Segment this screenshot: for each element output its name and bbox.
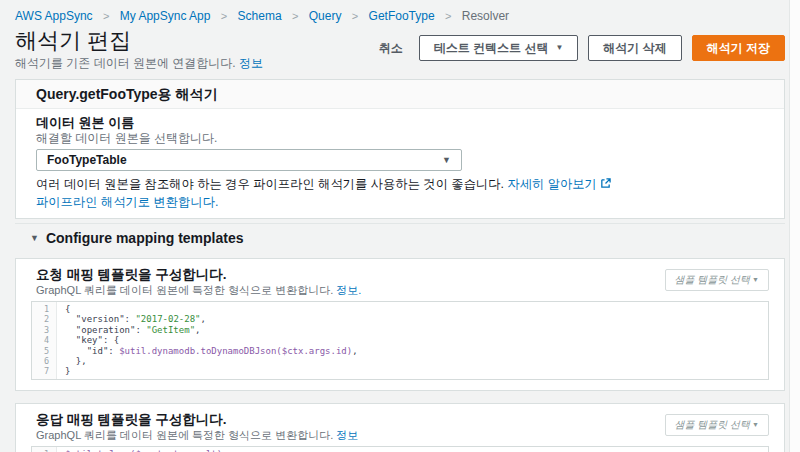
response-template-card: 응답 매핑 템플릿을 구성합니다. GraphQL 쿼리를 데이터 원본에 특정… [15,403,785,452]
breadcrumb-schema[interactable]: Schema [238,9,282,23]
request-sample-template-label: 샘플 템플릿 선택 [675,274,751,286]
response-info-link[interactable]: 정보 [336,429,358,441]
request-template-desc: GraphQL 쿼리를 데이터 원본에 특정한 형식으로 변환합니다. 정보. [36,284,361,297]
response-template-title: 응답 매핑 템플릿을 구성합니다. [36,412,358,428]
breadcrumb-getfootype[interactable]: GetFooType [369,9,435,23]
response-template-code-editor[interactable]: 1$util.toJson($context.result) [31,446,769,452]
scrollbar[interactable] [789,0,800,452]
response-template-desc: GraphQL 쿼리를 데이터 원본에 특정한 형식으로 변환합니다. 정보 [36,429,358,442]
page-subtitle: 해석기를 기존 데이터 원본에 연결합니다. 정보 [15,56,263,71]
chevron-down-icon: ▼ [555,44,563,52]
save-resolver-label: 해석기 저장 [707,41,770,55]
request-template-title-block: 요청 매핑 템플릿을 구성합니다. GraphQL 쿼리를 데이터 원본에 특정… [36,267,361,297]
breadcrumb-separator-icon: > [352,10,358,22]
breadcrumb-separator-icon: > [445,10,451,22]
response-template-title-block: 응답 매핑 템플릿을 구성합니다. GraphQL 쿼리를 데이터 원본에 특정… [36,412,358,442]
line-number: 5 [32,346,56,356]
section-divider [15,223,785,224]
learn-more-link[interactable]: 자세히 알아보기 [507,177,597,191]
pipeline-hint-text: 여러 데이터 원본을 참조해야 하는 경우 파이프라인 해석기를 사용하는 것이… [36,177,504,191]
resolver-card-body: 데이터 원본 이름 해결할 데이터 원본을 선택합니다. FooTypeTabl… [16,109,784,218]
convert-pipeline-link[interactable]: 파이프라인 해석기로 변환합니다. [36,194,764,210]
header-actions: 취소 테스트 컨텍스트 선택 ▼ 해석기 삭제 해석기 저장 [379,35,785,61]
external-link-icon [600,177,611,193]
breadcrumb-query[interactable]: Query [309,9,342,23]
breadcrumb-separator-icon: > [292,10,298,22]
configure-mapping-templates-label: Configure mapping templates [46,230,244,246]
request-template-title: 요청 매핑 템플릿을 구성합니다. [36,267,361,283]
breadcrumb-my-appsync-app[interactable]: My AppSync App [120,9,211,23]
line-number: 4 [32,335,56,345]
request-template-header: 요청 매핑 템플릿을 구성합니다. GraphQL 쿼리를 데이터 원본에 특정… [16,259,784,297]
convert-pipeline-link-text: 파이프라인 해석기로 변환합니다. [36,195,218,209]
line-number: 2 [32,314,56,324]
breadcrumb-resolver: Resolver [462,9,509,23]
response-template-desc-text: GraphQL 쿼리를 데이터 원본에 특정한 형식으로 변환합니다. [36,429,333,441]
code-line: 6 }, [32,356,768,366]
resolver-card-title: Query.getFooType용 해석기 [16,80,784,109]
line-number: 6 [32,356,56,366]
line-number: 1 [32,304,56,314]
page-subtitle-text: 해석기를 기존 데이터 원본에 연결합니다. [15,56,236,70]
data-source-name-desc: 해결할 데이터 원본을 선택합니다. [36,131,764,145]
response-sample-template-button[interactable]: 샘플 템플릿 선택 ▼ [665,414,770,436]
pipeline-hint: 여러 데이터 원본을 참조해야 하는 경우 파이프라인 해석기를 사용하는 것이… [36,176,764,193]
save-resolver-button[interactable]: 해석기 저장 [692,35,785,61]
breadcrumb-separator-icon: > [221,10,227,22]
code-line: 2 "version": "2017-02-28", [32,314,768,324]
request-info-link[interactable]: 정보. [336,284,361,296]
breadcrumb: AWS AppSync > My AppSync App > Schema > … [15,0,785,23]
data-source-name-label: 데이터 원본 이름 [36,115,764,130]
select-test-context-label: 테스트 컨텍스트 선택 [434,41,549,55]
request-template-card: 요청 매핑 템플릿을 구성합니다. GraphQL 쿼리를 데이터 원본에 특정… [15,258,785,391]
triangle-down-icon: ▼ [30,230,39,246]
response-sample-template-label: 샘플 템플릿 선택 [675,419,751,431]
breadcrumb-separator-icon: > [103,10,109,22]
chevron-down-icon: ▼ [752,274,759,286]
page-title: 해석기 편집 [15,29,263,53]
code-line: 4 "key": { [32,335,768,345]
resolver-card: Query.getFooType용 해석기 데이터 원본 이름 해결할 데이터 … [15,79,785,219]
line-number: 7 [32,366,56,376]
chevron-down-icon: ▼ [442,155,451,165]
code-line: 3 "operation": "GetItem", [32,325,768,335]
subtitle-info-link[interactable]: 정보 [239,56,263,70]
page-header: 해석기 편집 해석기를 기존 데이터 원본에 연결합니다. 정보 취소 테스트 … [15,29,785,71]
breadcrumb-aws-appsync[interactable]: AWS AppSync [15,9,93,23]
response-template-header: 응답 매핑 템플릿을 구성합니다. GraphQL 쿼리를 데이터 원본에 특정… [16,404,784,442]
code-line: 5 "id": $util.dynamodb.toDynamoDBJson($c… [32,346,768,356]
request-sample-template-button[interactable]: 샘플 템플릿 선택 ▼ [665,269,770,291]
page-title-block: 해석기 편집 해석기를 기존 데이터 원본에 연결합니다. 정보 [15,29,263,71]
resolver-edit-page: AWS AppSync > My AppSync App > Schema > … [0,0,790,452]
configure-mapping-templates-toggle[interactable]: ▼ Configure mapping templates [30,230,785,246]
code-line: 7} [32,366,768,376]
code-line: 1{ [32,304,768,314]
cancel-button[interactable]: 취소 [379,40,403,57]
chevron-down-icon: ▼ [752,419,759,431]
line-number: 3 [32,325,56,335]
select-test-context-button[interactable]: 테스트 컨텍스트 선택 ▼ [419,35,579,61]
delete-resolver-label: 해석기 삭제 [603,41,666,55]
request-template-code-editor[interactable]: 1{2 "version": "2017-02-28",3 "operation… [31,301,769,380]
request-template-desc-text: GraphQL 쿼리를 데이터 원본에 특정한 형식으로 변환합니다. [36,284,333,296]
data-source-select[interactable]: FooTypeTable ▼ [36,149,462,171]
delete-resolver-button[interactable]: 해석기 삭제 [588,35,681,61]
data-source-select-value: FooTypeTable [47,153,127,167]
